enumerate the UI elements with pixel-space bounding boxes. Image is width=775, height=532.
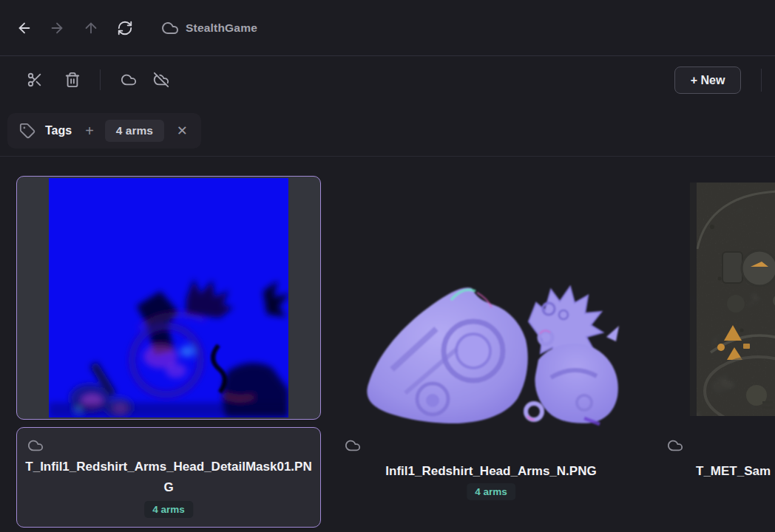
tag-badge[interactable]: 4 arms (144, 501, 193, 518)
trash-icon[interactable] (64, 72, 81, 88)
tags-label: Tags (45, 124, 72, 137)
refresh-icon[interactable] (117, 20, 133, 36)
toolbar-divider (100, 69, 101, 90)
content-divider (0, 156, 775, 157)
tag-badge[interactable]: 4 arms (467, 483, 515, 500)
asset-filename: T_Infil1_Redshirt_Arms_Head_DetailMask01… (21, 457, 316, 498)
asset-browser-window: { "topbar": { "project_name": "StealthGa… (0, 0, 775, 532)
tag-icon (19, 123, 35, 139)
up-arrow-icon[interactable] (83, 20, 99, 36)
asset-filename[interactable]: T_MET_Sam (696, 461, 771, 482)
cloud-icon[interactable] (121, 72, 137, 88)
remove-tag-icon[interactable]: ✕ (177, 124, 188, 137)
asset-thumbnail-grunge[interactable] (690, 183, 775, 416)
project-name: StealthGame (186, 21, 257, 35)
forward-arrow-icon[interactable] (49, 20, 65, 36)
synced-cloud-icon (667, 437, 683, 454)
tags-filter-bar: Tags + 4 arms ✕ (7, 113, 201, 149)
synced-cloud-icon (27, 437, 44, 454)
back-arrow-icon[interactable] (16, 20, 33, 36)
scissors-icon[interactable] (27, 72, 43, 88)
asset-card-detailmask[interactable]: T_Infil1_Redshirt_Arms_Head_DetailMask01… (16, 427, 321, 528)
asset-thumbnail-normal-map[interactable] (362, 266, 629, 427)
asset-filename[interactable]: Infil1_Redshirt_Head_Arms_N.PNG (339, 461, 643, 482)
project-cloud-icon (161, 19, 179, 37)
tag-chip-4-arms[interactable]: 4 arms (105, 120, 164, 142)
top-nav-bar: StealthGame (0, 0, 775, 56)
synced-cloud-icon (345, 437, 361, 454)
blue-detail-mask-texture (49, 178, 288, 417)
asset-thumbnail-detailmask[interactable] (16, 176, 321, 420)
new-button[interactable]: + New (674, 66, 741, 94)
toolbar-right-divider (761, 69, 762, 92)
cloud-off-icon[interactable] (153, 72, 169, 88)
add-tag-button[interactable]: + (85, 123, 94, 138)
